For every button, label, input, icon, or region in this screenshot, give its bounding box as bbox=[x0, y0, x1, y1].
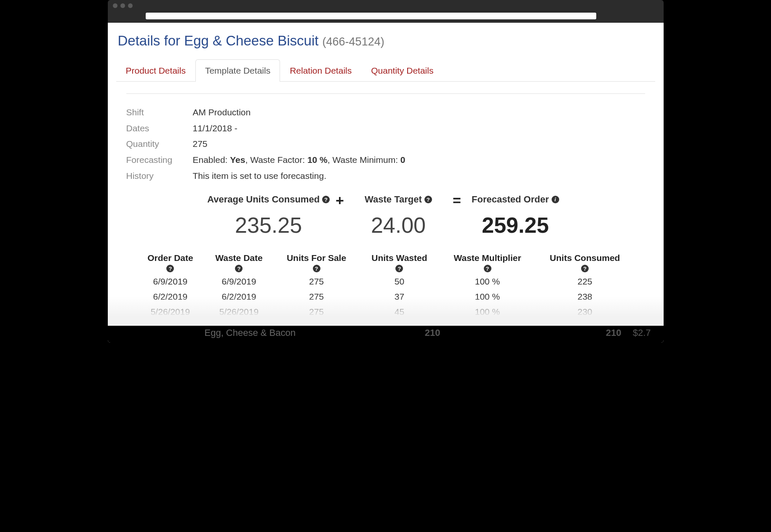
formula-forecast-value: 259.25 bbox=[467, 213, 564, 238]
cell-units-for-sale: 275 bbox=[274, 274, 359, 289]
meta-history: History This item is set to use forecast… bbox=[126, 168, 645, 184]
template-details-panel: Shift AM Production Dates 11/1/2018 - Qu… bbox=[116, 82, 655, 335]
help-icon[interactable]: ? bbox=[313, 265, 320, 272]
meta-label-shift: Shift bbox=[126, 105, 193, 120]
address-bar[interactable] bbox=[146, 13, 596, 19]
product-name: Egg & Cheese Biscuit bbox=[184, 33, 318, 48]
meta-value-dates: 11/1/2018 - bbox=[193, 121, 237, 136]
cell-waste-multiplier: 100 % bbox=[440, 289, 535, 304]
browser-frame: Details for Egg & Cheese Biscuit (466-45… bbox=[108, 0, 664, 351]
cell-units-for-sale: 275 bbox=[274, 304, 359, 319]
formula-waste-target: Waste Target ? 24.00 bbox=[350, 194, 447, 238]
background-list-row: Egg, Cheese & Bacon 210 210 $2.7 bbox=[108, 326, 664, 343]
meta-forecasting: Forecasting Enabled: Yes, Waste Factor: … bbox=[126, 152, 645, 168]
browser-toolbar bbox=[108, 11, 664, 23]
meta-value-quantity: 275 bbox=[193, 136, 208, 152]
formula-waste-value: 24.00 bbox=[350, 213, 447, 238]
table-row: 5/26/20195/26/201927545100 %230 bbox=[136, 304, 635, 319]
cell-units-for-sale: 275 bbox=[274, 289, 359, 304]
help-icon[interactable]: ? bbox=[166, 265, 174, 272]
meta-dates: Dates 11/1/2018 - bbox=[126, 121, 645, 136]
cell-units-consumed: 238 bbox=[535, 289, 635, 304]
equals-icon: = bbox=[453, 194, 461, 207]
help-icon[interactable]: ? bbox=[322, 196, 330, 203]
divider bbox=[126, 93, 645, 94]
table-header-row: Order Date? Waste Date? Units For Sale? … bbox=[136, 250, 635, 274]
cell-units-wasted: 37 bbox=[359, 289, 440, 304]
product-sku: (466-45124) bbox=[323, 35, 384, 48]
peek-qty-2: 210 bbox=[563, 327, 622, 338]
title-prefix: Details for bbox=[118, 33, 184, 48]
forecasting-min: 0 bbox=[400, 155, 406, 165]
cell-waste-date: 5/26/2019 bbox=[204, 304, 274, 319]
page-title: Details for Egg & Cheese Biscuit (466-45… bbox=[116, 33, 655, 49]
minimize-window-icon[interactable] bbox=[120, 3, 125, 8]
cell-units-consumed: 230 bbox=[535, 304, 635, 319]
cell-units-wasted: 45 bbox=[359, 304, 440, 319]
col-units-for-sale: Units For Sale? bbox=[274, 250, 359, 274]
help-icon[interactable]: ? bbox=[395, 265, 403, 272]
meta-label-dates: Dates bbox=[126, 121, 193, 136]
window-titlebar bbox=[108, 0, 664, 11]
meta-quantity: Quantity 275 bbox=[126, 136, 645, 152]
formula-avg-consumed: Average Units Consumed ? 235.25 bbox=[207, 194, 330, 238]
tab-bar: Product Details Template Details Relatio… bbox=[116, 59, 655, 82]
formula-waste-label: Waste Target ? bbox=[365, 194, 432, 205]
formula-avg-value: 235.25 bbox=[207, 213, 330, 238]
meta-label-history: History bbox=[126, 168, 193, 184]
close-window-icon[interactable] bbox=[113, 3, 117, 8]
info-icon[interactable]: i bbox=[552, 196, 559, 203]
col-units-consumed: Units Consumed? bbox=[535, 250, 635, 274]
cell-order-date: 5/26/2019 bbox=[136, 304, 204, 319]
peek-product-name: Egg, Cheese & Bacon bbox=[205, 327, 381, 338]
meta-label-forecasting: Forecasting bbox=[126, 152, 193, 168]
cell-waste-multiplier: 100 % bbox=[440, 304, 535, 319]
forecasting-enabled: Yes bbox=[230, 155, 245, 165]
col-waste-date: Waste Date? bbox=[204, 250, 274, 274]
cell-units-consumed: 225 bbox=[535, 274, 635, 289]
plus-icon: + bbox=[336, 194, 344, 207]
col-units-wasted: Units Wasted? bbox=[359, 250, 440, 274]
history-table: Order Date? Waste Date? Units For Sale? … bbox=[136, 250, 635, 335]
meta-shift: Shift AM Production bbox=[126, 105, 645, 120]
page-content: Details for Egg & Cheese Biscuit (466-45… bbox=[108, 23, 664, 343]
forecasting-factor: 10 % bbox=[307, 155, 328, 165]
tab-template-details[interactable]: Template Details bbox=[195, 59, 280, 82]
cell-units-wasted: 50 bbox=[359, 274, 440, 289]
tab-product-details[interactable]: Product Details bbox=[116, 59, 195, 82]
help-icon[interactable]: ? bbox=[235, 265, 243, 272]
help-icon[interactable]: ? bbox=[484, 265, 491, 272]
table-row: 6/2/20196/2/201927537100 %238 bbox=[136, 289, 635, 304]
formula-forecast-label: Forecasted Order i bbox=[472, 194, 559, 205]
col-waste-multiplier: Waste Multiplier? bbox=[440, 250, 535, 274]
formula-avg-label: Average Units Consumed ? bbox=[207, 194, 330, 205]
help-icon[interactable]: ? bbox=[581, 265, 589, 272]
cell-waste-date: 6/2/2019 bbox=[204, 289, 274, 304]
meta-label-quantity: Quantity bbox=[126, 136, 193, 152]
peek-qty-1: 210 bbox=[381, 327, 440, 338]
cell-waste-multiplier: 100 % bbox=[440, 274, 535, 289]
forecast-formula: Average Units Consumed ? 235.25 + Waste … bbox=[126, 194, 645, 238]
tab-relation-details[interactable]: Relation Details bbox=[280, 59, 361, 82]
meta-value-shift: AM Production bbox=[193, 105, 251, 120]
meta-value-history: This item is set to use forecasting. bbox=[193, 168, 326, 184]
cell-waste-date: 6/9/2019 bbox=[204, 274, 274, 289]
maximize-window-icon[interactable] bbox=[128, 3, 133, 8]
tab-quantity-details[interactable]: Quantity Details bbox=[361, 59, 443, 82]
col-order-date: Order Date? bbox=[136, 250, 204, 274]
cell-order-date: 6/2/2019 bbox=[136, 289, 204, 304]
help-icon[interactable]: ? bbox=[424, 196, 432, 203]
meta-value-forecasting: Enabled: Yes, Waste Factor: 10 %, Waste … bbox=[193, 152, 406, 168]
formula-forecasted-order: Forecasted Order i 259.25 bbox=[467, 194, 564, 238]
cell-order-date: 6/9/2019 bbox=[136, 274, 204, 289]
table-row: 6/9/20196/9/201927550100 %225 bbox=[136, 274, 635, 289]
peek-price: $2.7 bbox=[622, 327, 651, 338]
